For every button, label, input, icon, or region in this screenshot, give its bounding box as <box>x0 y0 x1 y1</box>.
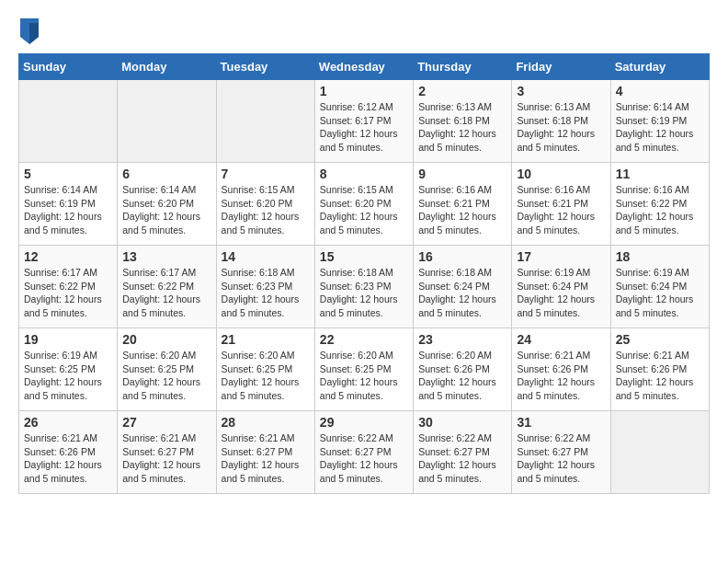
calendar-cell: 6Sunrise: 6:14 AMSunset: 6:20 PMDaylight… <box>118 163 216 246</box>
day-number: 24 <box>517 332 605 347</box>
calendar-cell: 23Sunrise: 6:20 AMSunset: 6:26 PMDayligh… <box>414 328 512 411</box>
calendar-cell: 14Sunrise: 6:18 AMSunset: 6:23 PMDayligh… <box>216 246 314 328</box>
day-number: 8 <box>320 167 408 181</box>
day-number: 13 <box>122 249 210 264</box>
day-info: Sunrise: 6:21 AMSunset: 6:27 PMDaylight:… <box>222 431 310 486</box>
day-number: 17 <box>517 249 605 264</box>
day-info: Sunrise: 6:18 AMSunset: 6:23 PMDaylight:… <box>222 266 310 320</box>
day-info: Sunrise: 6:20 AMSunset: 6:25 PMDaylight:… <box>320 349 408 403</box>
day-info: Sunrise: 6:16 AMSunset: 6:22 PMDaylight:… <box>616 183 704 237</box>
day-info: Sunrise: 6:13 AMSunset: 6:18 PMDaylight:… <box>517 100 605 155</box>
calendar-cell: 9Sunrise: 6:16 AMSunset: 6:21 PMDaylight… <box>414 163 512 246</box>
weekday-header: Monday <box>118 54 216 80</box>
weekday-header: Thursday <box>414 54 512 80</box>
calendar-cell: 22Sunrise: 6:20 AMSunset: 6:25 PMDayligh… <box>314 328 413 411</box>
calendar-cell: 26Sunrise: 6:21 AMSunset: 6:26 PMDayligh… <box>19 411 118 494</box>
calendar-cell: 3Sunrise: 6:13 AMSunset: 6:18 PMDaylight… <box>512 80 610 163</box>
day-info: Sunrise: 6:14 AMSunset: 6:19 PMDaylight:… <box>24 183 112 237</box>
day-info: Sunrise: 6:21 AMSunset: 6:26 PMDaylight:… <box>616 349 704 403</box>
day-info: Sunrise: 6:13 AMSunset: 6:18 PMDaylight:… <box>418 100 506 155</box>
day-number: 19 <box>24 332 112 347</box>
day-number: 25 <box>616 332 704 347</box>
day-info: Sunrise: 6:21 AMSunset: 6:26 PMDaylight:… <box>24 431 112 486</box>
day-info: Sunrise: 6:15 AMSunset: 6:20 PMDaylight:… <box>320 183 408 237</box>
day-info: Sunrise: 6:21 AMSunset: 6:27 PMDaylight:… <box>122 431 210 486</box>
weekday-header: Friday <box>512 54 610 80</box>
day-info: Sunrise: 6:17 AMSunset: 6:22 PMDaylight:… <box>122 266 210 320</box>
day-info: Sunrise: 6:16 AMSunset: 6:21 PMDaylight:… <box>517 183 605 237</box>
weekday-header: Saturday <box>610 54 709 80</box>
day-number: 11 <box>616 167 704 181</box>
day-number: 4 <box>616 84 704 98</box>
day-number: 5 <box>24 167 112 181</box>
day-number: 27 <box>122 415 210 430</box>
calendar-cell: 24Sunrise: 6:21 AMSunset: 6:26 PMDayligh… <box>512 328 610 411</box>
day-info: Sunrise: 6:18 AMSunset: 6:23 PMDaylight:… <box>320 266 408 320</box>
weekday-header: Tuesday <box>216 54 314 80</box>
day-info: Sunrise: 6:14 AMSunset: 6:19 PMDaylight:… <box>616 100 704 155</box>
page-header <box>18 18 710 44</box>
day-number: 9 <box>418 167 506 181</box>
day-info: Sunrise: 6:14 AMSunset: 6:20 PMDaylight:… <box>122 183 210 237</box>
day-info: Sunrise: 6:17 AMSunset: 6:22 PMDaylight:… <box>24 266 112 320</box>
calendar-week-row: 12Sunrise: 6:17 AMSunset: 6:22 PMDayligh… <box>19 246 710 328</box>
day-info: Sunrise: 6:21 AMSunset: 6:26 PMDaylight:… <box>517 349 605 403</box>
day-number: 23 <box>418 332 506 347</box>
day-number: 26 <box>24 415 112 430</box>
calendar-cell: 8Sunrise: 6:15 AMSunset: 6:20 PMDaylight… <box>314 163 413 246</box>
day-info: Sunrise: 6:22 AMSunset: 6:27 PMDaylight:… <box>418 431 506 486</box>
calendar-cell: 2Sunrise: 6:13 AMSunset: 6:18 PMDaylight… <box>414 80 512 163</box>
logo-icon <box>20 18 39 44</box>
day-info: Sunrise: 6:20 AMSunset: 6:25 PMDaylight:… <box>222 349 310 403</box>
day-info: Sunrise: 6:15 AMSunset: 6:20 PMDaylight:… <box>222 183 310 237</box>
day-info: Sunrise: 6:20 AMSunset: 6:25 PMDaylight:… <box>122 349 210 403</box>
calendar-cell: 17Sunrise: 6:19 AMSunset: 6:24 PMDayligh… <box>512 246 610 328</box>
day-number: 6 <box>122 167 210 181</box>
calendar-header-row: SundayMondayTuesdayWednesdayThursdayFrid… <box>19 54 710 80</box>
calendar-cell: 15Sunrise: 6:18 AMSunset: 6:23 PMDayligh… <box>314 246 413 328</box>
day-number: 31 <box>517 415 605 430</box>
day-number: 30 <box>418 415 506 430</box>
calendar-table: SundayMondayTuesdayWednesdayThursdayFrid… <box>18 53 710 494</box>
day-info: Sunrise: 6:22 AMSunset: 6:27 PMDaylight:… <box>517 431 605 486</box>
calendar-cell: 27Sunrise: 6:21 AMSunset: 6:27 PMDayligh… <box>118 411 216 494</box>
calendar-cell <box>216 80 314 163</box>
calendar-cell: 1Sunrise: 6:12 AMSunset: 6:17 PMDaylight… <box>314 80 413 163</box>
calendar-week-row: 1Sunrise: 6:12 AMSunset: 6:17 PMDaylight… <box>19 80 710 163</box>
day-number: 12 <box>24 249 112 264</box>
calendar-cell: 4Sunrise: 6:14 AMSunset: 6:19 PMDaylight… <box>610 80 709 163</box>
day-number: 28 <box>222 415 310 430</box>
day-info: Sunrise: 6:19 AMSunset: 6:24 PMDaylight:… <box>616 266 704 320</box>
calendar-cell: 31Sunrise: 6:22 AMSunset: 6:27 PMDayligh… <box>512 411 610 494</box>
weekday-header: Sunday <box>19 54 118 80</box>
calendar-cell: 19Sunrise: 6:19 AMSunset: 6:25 PMDayligh… <box>19 328 118 411</box>
calendar-cell: 30Sunrise: 6:22 AMSunset: 6:27 PMDayligh… <box>414 411 512 494</box>
day-number: 14 <box>222 249 310 264</box>
day-info: Sunrise: 6:12 AMSunset: 6:17 PMDaylight:… <box>320 100 408 155</box>
day-number: 2 <box>418 84 506 98</box>
calendar-cell: 18Sunrise: 6:19 AMSunset: 6:24 PMDayligh… <box>610 246 709 328</box>
calendar-cell: 20Sunrise: 6:20 AMSunset: 6:25 PMDayligh… <box>118 328 216 411</box>
day-number: 16 <box>418 249 506 264</box>
day-number: 18 <box>616 249 704 264</box>
calendar-cell: 28Sunrise: 6:21 AMSunset: 6:27 PMDayligh… <box>216 411 314 494</box>
day-info: Sunrise: 6:18 AMSunset: 6:24 PMDaylight:… <box>418 266 506 320</box>
day-info: Sunrise: 6:19 AMSunset: 6:25 PMDaylight:… <box>24 349 112 403</box>
calendar-cell: 7Sunrise: 6:15 AMSunset: 6:20 PMDaylight… <box>216 163 314 246</box>
day-number: 7 <box>222 167 310 181</box>
day-info: Sunrise: 6:19 AMSunset: 6:24 PMDaylight:… <box>517 266 605 320</box>
day-number: 3 <box>517 84 605 98</box>
calendar-cell: 21Sunrise: 6:20 AMSunset: 6:25 PMDayligh… <box>216 328 314 411</box>
calendar-cell: 11Sunrise: 6:16 AMSunset: 6:22 PMDayligh… <box>610 163 709 246</box>
svg-marker-1 <box>29 23 39 44</box>
day-number: 29 <box>320 415 408 430</box>
day-info: Sunrise: 6:20 AMSunset: 6:26 PMDaylight:… <box>418 349 506 403</box>
calendar-cell: 10Sunrise: 6:16 AMSunset: 6:21 PMDayligh… <box>512 163 610 246</box>
calendar-cell: 25Sunrise: 6:21 AMSunset: 6:26 PMDayligh… <box>610 328 709 411</box>
calendar-cell <box>610 411 709 494</box>
day-info: Sunrise: 6:16 AMSunset: 6:21 PMDaylight:… <box>418 183 506 237</box>
calendar-cell: 5Sunrise: 6:14 AMSunset: 6:19 PMDaylight… <box>19 163 118 246</box>
calendar-week-row: 5Sunrise: 6:14 AMSunset: 6:19 PMDaylight… <box>19 163 710 246</box>
day-number: 21 <box>222 332 310 347</box>
day-number: 10 <box>517 167 605 181</box>
